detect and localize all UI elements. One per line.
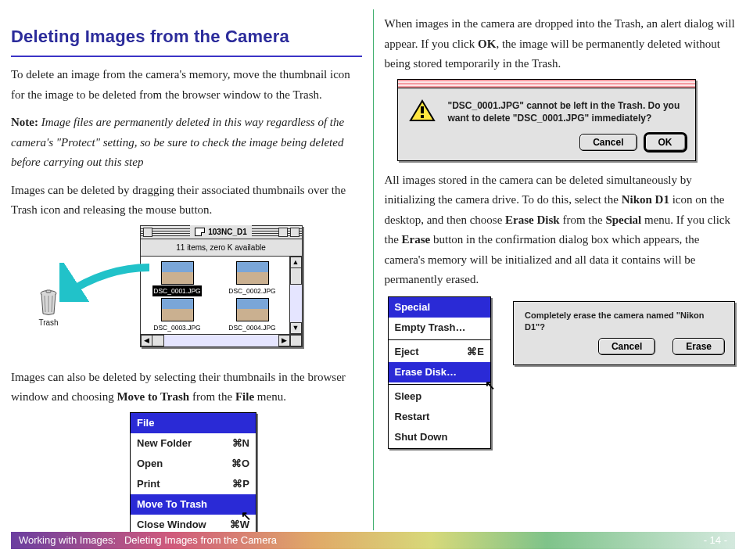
page-footer: Working with Images: Deleting Images fro…: [11, 532, 735, 549]
drag-instruction: Images can be deleted by dragging their …: [11, 181, 362, 221]
disk-icon: [195, 228, 205, 236]
delete-alert-dialog: "DSC_0001.JPG" cannot be left in the Tra…: [397, 79, 696, 161]
special-menu: Special Empty Trash… Eject⌘E Erase Disk……: [388, 296, 491, 449]
vertical-scrollbar[interactable]: ▲ ▼: [289, 257, 302, 334]
thumbnail-image: [236, 261, 269, 285]
trash-icon: [38, 289, 59, 316]
thumbnail-filename: DSC_0004.JPG: [228, 322, 275, 333]
special-menu-item-empty-trash[interactable]: Empty Trash…: [389, 318, 490, 338]
note-label: Note:: [11, 116, 38, 128]
file-menu-item-move-to-trash[interactable]: Move To Trash ↖: [131, 494, 256, 515]
horizontal-scrollbar[interactable]: ◀ ▶: [141, 334, 302, 346]
svg-rect-1: [46, 290, 51, 293]
special-menu-item-shut-down[interactable]: Shut Down: [389, 427, 490, 447]
window-status-line: 11 items, zero K available: [141, 239, 302, 257]
special-menu-item-eject[interactable]: Eject⌘E: [389, 342, 490, 362]
menu-separator: [389, 384, 490, 385]
window-close-box[interactable]: [143, 228, 152, 237]
menu-instruction: Images can also be deleted by selecting …: [11, 368, 362, 407]
resize-handle[interactable]: [290, 335, 302, 346]
cancel-button[interactable]: Cancel: [579, 134, 637, 151]
special-menu-item-sleep[interactable]: Sleep: [389, 386, 490, 407]
note-body: Image files are permanently deleted in t…: [11, 116, 344, 168]
special-menu-item-erase-disk[interactable]: Erase Disk… ↖: [389, 362, 490, 382]
window-titlebar[interactable]: 103NC_D1: [141, 226, 302, 239]
alert-titlebar[interactable]: [398, 80, 695, 88]
svg-rect-3: [421, 115, 424, 118]
drag-illustration: 103NC_D1 11 items, zero K available DSC_…: [11, 225, 362, 360]
footer-subsection: Deleting Images from the Camera: [124, 534, 277, 546]
page-number: - 14 -: [704, 532, 727, 549]
ok-button[interactable]: OK: [645, 134, 686, 151]
trash-label: Trash: [38, 316, 59, 329]
erase-confirm-message: Completely erase the camera named "Nikon…: [525, 310, 723, 333]
thumbnail-item[interactable]: DSC_0004.JPG: [219, 298, 286, 333]
cancel-button[interactable]: Cancel: [598, 338, 655, 355]
page-title: Deleting Images from the Camera: [11, 22, 362, 57]
file-menu-item-print[interactable]: Print⌘P: [131, 474, 256, 494]
camera-browser-window: 103NC_D1 11 items, zero K available DSC_…: [140, 225, 303, 347]
thumbnail-item[interactable]: DSC_0001.JPG: [144, 261, 211, 296]
intro-paragraph: To delete an image from the camera's mem…: [11, 65, 362, 105]
erase-button[interactable]: Erase: [672, 338, 725, 355]
window-collapse-box[interactable]: [290, 228, 299, 237]
thumbnail-image: [236, 298, 269, 321]
trash-target[interactable]: Trash: [38, 289, 59, 329]
menu-separator: [389, 339, 490, 340]
note-paragraph: Note: Image files are permanently delete…: [11, 113, 362, 173]
thumbnail-image: [161, 261, 194, 285]
thumbnail-image: [161, 298, 194, 321]
svg-rect-2: [421, 106, 424, 113]
window-title: 103NC_D1: [208, 225, 246, 239]
window-zoom-box[interactable]: [278, 228, 288, 237]
trash-alert-intro: When images in the camera are dropped in…: [385, 14, 736, 74]
special-menu-title[interactable]: Special: [389, 297, 490, 318]
thumbnail-filename: DSC_0002.JPG: [228, 285, 275, 296]
drag-arrow-icon: [59, 263, 153, 302]
alert-message: "DSC_0001.JPG" cannot be left in the Tra…: [448, 99, 687, 127]
file-menu-item-new-folder[interactable]: New Folder⌘N: [131, 433, 256, 454]
warning-icon: [409, 99, 436, 127]
file-menu-item-open[interactable]: Open⌘O: [131, 454, 256, 474]
erase-disk-instruction: All images stored in the camera can be d…: [385, 171, 736, 290]
file-menu: File New Folder⌘N Open⌘O Print⌘P Move To…: [130, 412, 256, 537]
thumbnail-item[interactable]: DSC_0003.JPG: [144, 298, 211, 333]
erase-confirm-dialog: Completely erase the camera named "Nikon…: [513, 301, 735, 365]
thumbnail-filename: DSC_0003.JPG: [153, 322, 200, 333]
special-menu-item-restart[interactable]: Restart: [389, 407, 490, 427]
footer-section: Working with Images:: [19, 534, 116, 546]
file-menu-title[interactable]: File: [131, 413, 256, 433]
thumbnail-filename: DSC_0001.JPG: [152, 285, 201, 296]
thumbnail-item[interactable]: DSC_0002.JPG: [219, 261, 286, 296]
